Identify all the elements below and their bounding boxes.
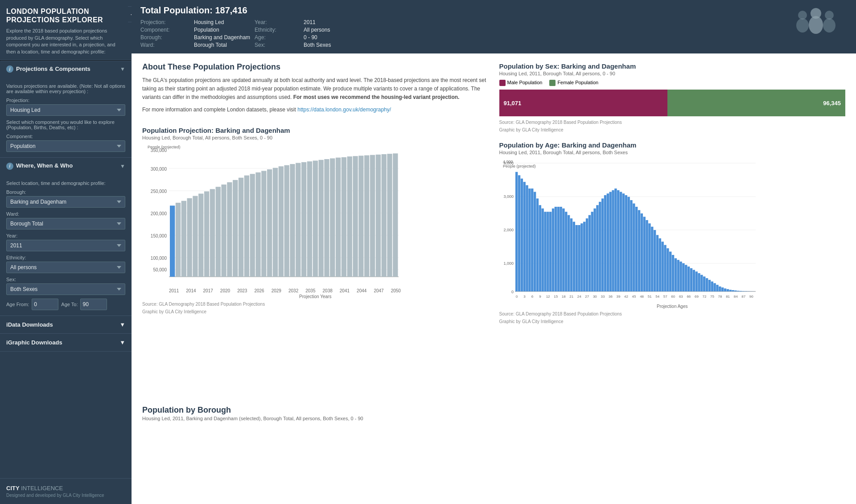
graphic-downloads-section: iGraphic Downloads ▼ xyxy=(0,334,132,352)
where-when-who-toggle[interactable]: iWhere, When & Who ▼ xyxy=(0,158,132,174)
svg-rect-79 xyxy=(531,188,533,291)
age-chart-subtitle: Housing Led, 2011, Borough Total, All pe… xyxy=(499,150,846,155)
svg-rect-137 xyxy=(682,263,684,291)
projections-section-toggle[interactable]: iProjections & Components ▼ xyxy=(0,61,132,78)
ward-val: Borough Total xyxy=(194,42,250,48)
svg-text:36: 36 xyxy=(608,295,612,299)
age-to-select[interactable]: 90 xyxy=(80,299,107,310)
collapse-sidebar-button[interactable]: ◀ xyxy=(128,6,132,22)
svg-rect-111 xyxy=(614,188,617,291)
svg-rect-126 xyxy=(653,230,655,291)
svg-text:81: 81 xyxy=(726,295,730,299)
sex-select[interactable]: Both Sexes xyxy=(6,283,125,295)
topbar-details: Projection: Housing Led Year: 2011 Compo… xyxy=(140,19,360,48)
projection-val: Housing Led xyxy=(194,19,250,25)
svg-rect-26 xyxy=(198,193,203,276)
svg-rect-103 xyxy=(593,209,596,291)
svg-rect-117 xyxy=(630,200,632,291)
ethnicity-key: Ethnicity: xyxy=(255,27,299,33)
svg-text:21: 21 xyxy=(569,295,573,299)
component-select[interactable]: Population Births Deaths Migration xyxy=(6,140,125,152)
svg-text:48: 48 xyxy=(640,295,644,299)
year-label: Year: xyxy=(6,233,125,238)
projections-chevron: ▼ xyxy=(120,66,125,72)
svg-rect-133 xyxy=(671,255,674,291)
svg-rect-106 xyxy=(601,198,603,291)
projection-key: Projection: xyxy=(140,19,189,25)
svg-text:100,000: 100,000 xyxy=(151,256,167,261)
svg-rect-114 xyxy=(622,193,624,291)
svg-text:6: 6 xyxy=(531,295,533,299)
ethnicity-label: Ethnicity: xyxy=(6,255,125,260)
svg-text:People (projected): People (projected) xyxy=(148,145,181,149)
svg-rect-98 xyxy=(580,223,583,291)
svg-text:39: 39 xyxy=(616,295,620,299)
svg-rect-151 xyxy=(719,287,721,291)
projection-select[interactable]: Housing Led Central High Low Short-term xyxy=(6,104,125,116)
ethnicity-select[interactable]: All persons xyxy=(6,262,125,273)
sex-source: Source: GLA Demography 2018 Based Popula… xyxy=(499,120,846,125)
ward-select[interactable]: Borough Total xyxy=(6,218,125,229)
svg-text:24: 24 xyxy=(577,295,581,299)
sidebar: LONDON POPULATION PROJECTIONS EXPLORER E… xyxy=(0,0,132,504)
sidebar-header: LONDON POPULATION PROJECTIONS EXPLORER E… xyxy=(0,0,132,60)
about-heading: About These Population Projections xyxy=(142,62,489,72)
svg-text:27: 27 xyxy=(585,295,589,299)
ward-key: Ward: xyxy=(140,42,189,48)
svg-text:33: 33 xyxy=(601,295,605,299)
svg-text:250,000: 250,000 xyxy=(151,189,167,194)
data-downloads-toggle[interactable]: iData Downloads ▼ xyxy=(0,316,132,333)
svg-rect-87 xyxy=(551,209,554,291)
svg-rect-74 xyxy=(518,175,520,291)
svg-text:42: 42 xyxy=(624,295,628,299)
borough-label: Borough: xyxy=(6,189,125,195)
where-when-who-section: iWhere, When & Who ▼ Select location, ti… xyxy=(0,158,132,316)
projections-section-body: Various projections are available. (Note… xyxy=(0,77,132,157)
svg-rect-102 xyxy=(591,212,593,291)
projection-chart-wrap: 350,000 People (projected) 300,000 250,0… xyxy=(142,144,489,288)
borough-subtitle: Housing Led, 2011, Barking and Dagenham … xyxy=(142,416,845,421)
svg-rect-125 xyxy=(651,227,653,291)
svg-rect-150 xyxy=(716,285,718,291)
borough-title: Population by Borough xyxy=(142,406,845,415)
svg-rect-145 xyxy=(703,277,705,292)
svg-text:50,000: 50,000 xyxy=(153,267,167,272)
component-label: Component: xyxy=(6,134,125,139)
age-from-label: Age From: xyxy=(6,302,29,307)
age-from-select[interactable]: 0 xyxy=(32,299,58,310)
where-info-icon[interactable]: i xyxy=(6,163,13,170)
svg-rect-104 xyxy=(596,205,598,291)
footer-credit: Designed and developed by GLA City Intel… xyxy=(6,493,125,498)
svg-text:0: 0 xyxy=(515,295,518,299)
svg-rect-144 xyxy=(700,275,703,291)
svg-rect-141 xyxy=(692,270,695,291)
svg-rect-131 xyxy=(667,248,669,291)
component-note: Select which component you would like to… xyxy=(6,119,125,130)
graphic-downloads-toggle[interactable]: iGraphic Downloads ▼ xyxy=(0,334,132,351)
svg-text:63: 63 xyxy=(679,295,683,299)
borough-select[interactable]: Barking and Dagenham xyxy=(6,196,125,208)
svg-rect-90 xyxy=(560,207,562,291)
svg-rect-48 xyxy=(324,159,329,277)
svg-rect-155 xyxy=(729,290,731,291)
sidebar-footer: CITY INTELLIGENCE Designed and developed… xyxy=(0,478,132,504)
svg-rect-159 xyxy=(739,291,741,291)
projections-info-icon[interactable]: i xyxy=(6,66,13,73)
age-graphic: Graphic by GLA City Intelligence xyxy=(499,319,846,324)
projection-chart-card: Population Projection: Barking and Dagen… xyxy=(142,127,489,314)
svg-text:78: 78 xyxy=(718,295,722,299)
svg-rect-105 xyxy=(599,202,601,291)
svg-rect-161 xyxy=(745,291,747,291)
svg-rect-36 xyxy=(255,172,260,277)
people-icon xyxy=(789,5,843,41)
svg-rect-54 xyxy=(358,156,363,277)
about-link[interactable]: https://data.london.gov.uk/demography/ xyxy=(297,107,391,113)
svg-rect-75 xyxy=(520,179,523,291)
sex-val: Both Sexes xyxy=(304,42,360,48)
svg-rect-100 xyxy=(585,218,588,291)
projections-section: iProjections & Components ▼ Various proj… xyxy=(0,61,132,158)
svg-text:69: 69 xyxy=(694,295,698,299)
year-select[interactable]: 2011 xyxy=(6,240,125,251)
svg-rect-122 xyxy=(643,217,645,291)
svg-text:87: 87 xyxy=(741,295,745,299)
